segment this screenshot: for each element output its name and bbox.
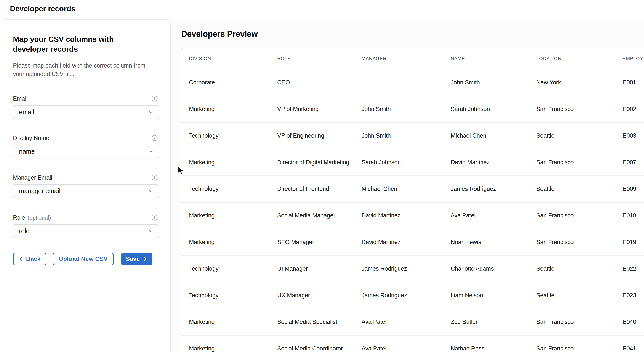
- field-role-label-row: Role(optional): [13, 214, 159, 222]
- cell-division: Marketing: [181, 335, 270, 352]
- back-button[interactable]: Back: [13, 253, 46, 265]
- info-icon[interactable]: [152, 135, 158, 141]
- cell-employee-id: E001: [615, 69, 644, 96]
- cell-manager: James Rodriguez: [354, 255, 443, 282]
- chevron-down-icon: [148, 188, 154, 194]
- cell-location: San Francisco: [528, 202, 615, 229]
- cell-location: San Francisco: [528, 309, 615, 335]
- table-row: Marketing Social Media Coordinator Ava P…: [181, 335, 644, 352]
- table-row: Technology VP of Engineering John Smith …: [181, 122, 644, 149]
- chevron-right-icon: [143, 257, 148, 261]
- cell-name: Noah Lewis: [443, 229, 528, 255]
- table-row: Technology UX Manager James Rodriguez Li…: [181, 282, 644, 309]
- back-button-label: Back: [26, 255, 41, 262]
- cell-employee-id: E003: [615, 122, 644, 149]
- info-icon[interactable]: [152, 174, 158, 181]
- cell-manager: David Martinez: [354, 229, 443, 255]
- developers-table-card[interactable]: DIVISION ROLE MANAGER NAME LOCATION EMPL…: [181, 48, 644, 352]
- page-title: Developer records: [0, 0, 644, 13]
- cell-name: Nathan Ross: [443, 335, 528, 352]
- topbar: Developer records: [0, 0, 644, 19]
- cell-employee-id: E041: [615, 335, 644, 352]
- cell-role: UX Manager: [270, 282, 354, 309]
- email-select[interactable]: email: [13, 105, 159, 119]
- cell-role: Director of Frontend: [270, 176, 354, 202]
- cell-role: UI Manager: [270, 255, 354, 282]
- cell-role: CEO: [270, 69, 354, 96]
- cell-name: Charlotte Adams: [443, 255, 528, 282]
- cell-manager: Sarah Johnson: [354, 149, 443, 176]
- cell-division: Marketing: [181, 229, 270, 255]
- cell-division: Technology: [181, 176, 270, 202]
- manager-email-select-value: manager email: [19, 188, 60, 195]
- cell-employee-id: E040: [615, 309, 644, 335]
- field-display-name-label-row: Display Name: [13, 134, 159, 142]
- table-row: Marketing Social Media Manager David Mar…: [181, 202, 644, 229]
- chevron-left-icon: [19, 257, 24, 261]
- field-email-label: Email: [13, 95, 28, 102]
- cell-manager: Michael Chen: [354, 176, 443, 202]
- role-select[interactable]: role: [13, 224, 159, 238]
- field-manager-email-label-row: Manager Email: [13, 174, 159, 182]
- cell-location: San Francisco: [528, 229, 615, 255]
- developers-table: DIVISION ROLE MANAGER NAME LOCATION EMPL…: [181, 48, 644, 352]
- info-icon[interactable]: [152, 214, 158, 221]
- cell-name: David Martinez: [443, 149, 528, 176]
- cell-role: SEO Manager: [270, 229, 354, 255]
- cell-division: Marketing: [181, 96, 270, 122]
- table-row: Marketing Social Media Specialist Ava Pa…: [181, 309, 644, 335]
- preview-title: Developers Preview: [181, 30, 258, 39]
- cell-name: John Smith: [443, 69, 528, 96]
- field-role: Role(optional) role: [13, 214, 159, 238]
- save-button[interactable]: Save: [121, 253, 152, 265]
- cell-role: Social Media Manager: [270, 202, 354, 229]
- cell-employee-id: E023: [615, 282, 644, 309]
- field-email-label-row: Email: [13, 95, 159, 103]
- cell-employee-id: E009: [615, 176, 644, 202]
- table-row: Marketing Director of Digital Marketing …: [181, 149, 644, 176]
- upload-new-csv-button-label: Upload New CSV: [59, 255, 108, 262]
- field-manager-email: Manager Email manager email: [13, 174, 159, 198]
- cell-name: Ava Patel: [443, 202, 528, 229]
- cell-location: Seattle: [528, 176, 615, 202]
- cell-name: James Rodriguez: [443, 176, 528, 202]
- email-select-value: email: [19, 109, 34, 116]
- cell-location: Seattle: [528, 255, 615, 282]
- cell-employee-id: E022: [615, 255, 644, 282]
- cell-location: Seattle: [528, 282, 615, 309]
- cell-manager: Ava Patel: [354, 335, 443, 352]
- cell-division: Marketing: [181, 309, 270, 335]
- cell-role: Social Media Coordinator: [270, 335, 354, 352]
- cell-role: Social Media Specialist: [270, 309, 354, 335]
- cell-manager: [354, 69, 443, 96]
- cell-location: San Francisco: [528, 335, 615, 352]
- cell-role: VP of Engineering: [270, 122, 354, 149]
- column-header-manager: MANAGER: [354, 48, 443, 69]
- field-display-name-label: Display Name: [13, 135, 49, 142]
- role-select-value: role: [19, 228, 30, 235]
- cell-location: Seattle: [528, 122, 615, 149]
- upload-new-csv-button[interactable]: Upload New CSV: [53, 253, 114, 265]
- table-row: Marketing VP of Marketing John Smith Sar…: [181, 96, 644, 122]
- display-name-select[interactable]: name: [13, 145, 159, 158]
- developer-records-page: Developer records Developers Preview DIV…: [0, 0, 644, 352]
- csv-mapping-panel: Map your CSV columns with developer reco…: [2, 20, 170, 352]
- cell-name: Liam Nelson: [443, 282, 528, 309]
- panel-title: Map your CSV columns with developer reco…: [13, 34, 143, 54]
- cell-employee-id: E019: [615, 229, 644, 255]
- preview-pane: Developers Preview DIVISION ROLE MANAGER…: [171, 19, 644, 352]
- cell-name: Michael Chen: [443, 122, 528, 149]
- save-button-label: Save: [126, 255, 140, 262]
- chevron-down-icon: [148, 228, 154, 234]
- panel-description: Please map each field with the correct c…: [13, 62, 154, 78]
- table-row: Technology Director of Frontend Michael …: [181, 176, 644, 202]
- table-row: Corporate CEO John Smith New York E001: [181, 69, 644, 96]
- cell-name: Sarah Johnson: [443, 96, 528, 122]
- cell-division: Corporate: [181, 69, 270, 96]
- manager-email-select[interactable]: manager email: [13, 184, 159, 198]
- cell-location: New York: [528, 69, 615, 96]
- field-email: Email email: [13, 95, 159, 119]
- info-icon[interactable]: [152, 95, 158, 102]
- column-header-division: DIVISION: [181, 48, 270, 69]
- cell-role: Director of Digital Marketing: [270, 149, 354, 176]
